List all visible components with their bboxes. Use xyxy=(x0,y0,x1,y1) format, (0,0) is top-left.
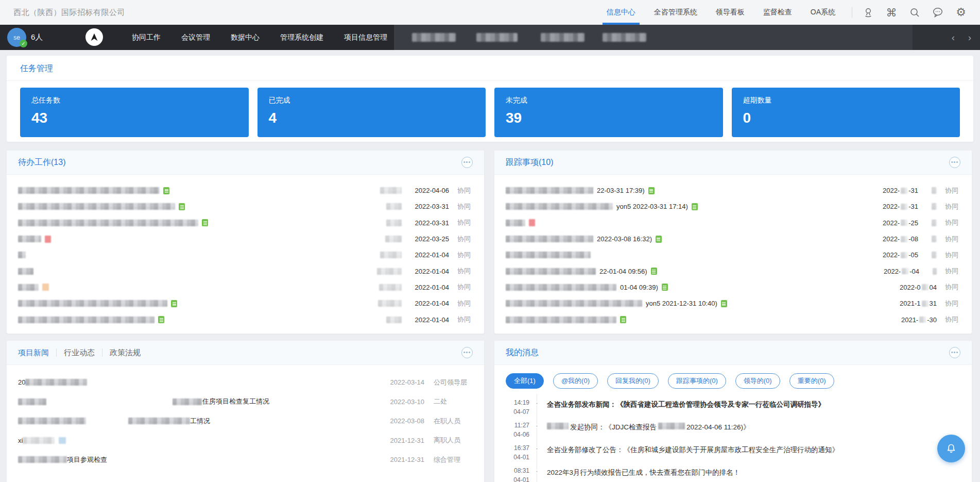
more-options-icon[interactable]: ••• xyxy=(949,347,960,358)
tracking-row[interactable]: yon5 2022-03-31 17:14)2022--31协同 xyxy=(506,198,960,214)
notification-bell-button[interactable] xyxy=(937,435,965,462)
visible-item-text: yon5 2022-03-31 17:14) xyxy=(616,203,688,210)
todo-row[interactable]: 2022-03-25协同 xyxy=(18,231,473,247)
todo-row[interactable]: 2022-01-04协同 xyxy=(18,311,473,327)
todo-row[interactable]: 2022-03-31协同 xyxy=(18,198,473,214)
todo-row[interactable]: 2022-04-06协同 xyxy=(18,182,473,198)
tracking-row[interactable]: 2022--25协同 xyxy=(506,215,960,231)
news-tab-3[interactable]: 政策法规 xyxy=(110,348,141,358)
todo-row[interactable]: 2022-01-04协同 xyxy=(18,263,473,279)
app-menu-item-2[interactable]: 会议管理 xyxy=(181,33,210,42)
todo-row-meta: 2022-03-31协同 xyxy=(386,218,473,227)
chevron-right-icon[interactable]: › xyxy=(966,32,974,43)
message-item[interactable]: 11:2704-06发起协同：《JDJC检查报告 2022-04-06 11:2… xyxy=(506,417,972,439)
news-row[interactable]: 202022-03-14公司领导层 xyxy=(18,373,473,392)
tracking-row[interactable]: yon5 2021-12-31 10:40)2021-131协同 xyxy=(506,295,960,311)
todo-row-content xyxy=(18,284,379,291)
panel-title: 跟踪事项(10) xyxy=(506,157,553,168)
redacted-owner-name xyxy=(932,220,937,226)
message-filter-2[interactable]: @我的(0) xyxy=(553,373,598,389)
message-timestamp: 14:1904-07 xyxy=(506,394,529,417)
avatar[interactable]: se ✓ xyxy=(7,28,26,47)
todo-date: 2022-01-04 xyxy=(411,268,449,275)
gear-icon[interactable]: ⚙ xyxy=(955,7,967,18)
todo-date: 2022-01-04 xyxy=(411,300,449,307)
message-date: 04-01 xyxy=(506,453,529,462)
redacted-app-tab-1[interactable] xyxy=(412,33,456,42)
message-filter-3[interactable]: 回复我的(0) xyxy=(607,373,659,389)
redacted-app-tab-4[interactable] xyxy=(603,33,646,42)
tracking-date-suffix: 04 xyxy=(930,284,937,291)
messages-panel: 我的消息 ••• 全部(1)@我的(0)回复我的(0)跟踪事项的(0)领导的(0… xyxy=(494,340,972,482)
tracking-row[interactable]: 01-04 09:39)2022-004协同 xyxy=(506,279,960,295)
redacted-item-text xyxy=(506,203,613,210)
message-filter-4[interactable]: 跟踪事项的(0) xyxy=(668,373,726,389)
redacted-owner-name xyxy=(386,220,402,226)
tab-divider xyxy=(102,348,102,357)
apps-command-icon[interactable]: ⌘ xyxy=(886,7,897,18)
redacted-app-tab-3[interactable] xyxy=(541,33,584,42)
portal-tab-3[interactable]: 领导看板 xyxy=(716,0,745,25)
tracking-row[interactable]: 2022--05协同 xyxy=(506,247,960,263)
tracking-date-prefix: 2022- xyxy=(884,268,901,275)
portal-tab-1[interactable]: 信息中心 xyxy=(607,0,635,25)
todo-row[interactable]: 2022-01-04协同 xyxy=(18,295,473,311)
tracking-row[interactable]: 22-03-31 17:39)2022--31协同 xyxy=(506,182,960,198)
redacted-text xyxy=(25,379,87,386)
more-options-icon[interactable]: ••• xyxy=(949,157,960,168)
spacer xyxy=(86,421,128,421)
tracking-date-suffix: -30 xyxy=(927,316,937,324)
tracking-panel: 跟踪事项(10) ••• 22-03-31 17:39)2022--31协同yo… xyxy=(494,150,972,334)
app-menu-item-3[interactable]: 数据中心 xyxy=(231,33,260,42)
tracking-date: 2022--25 xyxy=(880,219,918,227)
message-item[interactable]: 14:1904-07全咨业务部发布新闻：《陕西省建设工程造价管理协会领导及专家一… xyxy=(506,394,972,417)
portal-tab-2[interactable]: 全咨管理系统 xyxy=(654,0,697,25)
app-menu-item-1[interactable]: 协同工作 xyxy=(132,33,161,42)
more-options-icon[interactable]: ••• xyxy=(461,347,473,358)
portal-tab-4[interactable]: 监督检查 xyxy=(763,0,792,25)
news-row-content: 20 xyxy=(18,378,386,386)
location-pin-icon[interactable] xyxy=(863,7,874,18)
tracking-row[interactable]: 2022-03-08 16:32)2022--08协同 xyxy=(506,231,960,247)
search-icon[interactable] xyxy=(909,7,920,18)
todo-row-content xyxy=(18,300,378,307)
message-timestamp: 16:3704-01 xyxy=(506,439,529,462)
chat-icon[interactable] xyxy=(932,7,943,18)
news-row-content: 工情况 xyxy=(18,417,386,426)
news-tab-2[interactable]: 行业动态 xyxy=(64,348,95,358)
portal-tab-5[interactable]: OA系统 xyxy=(811,0,835,25)
redacted-date-part xyxy=(901,236,907,242)
todo-row-meta: 2022-03-25协同 xyxy=(385,235,473,244)
timeline-rail xyxy=(529,462,544,482)
news-row[interactable]: 项目参观检查2021-12-31综合管理 xyxy=(18,450,473,470)
todo-row-content xyxy=(18,203,386,210)
redacted-app-tab-2[interactable] xyxy=(476,33,518,42)
message-item[interactable]: 08:3104-012022年3月行为绩效报告已生成，快去查看您在部门中的排名！ xyxy=(506,462,972,482)
message-filter-1[interactable]: 全部(1) xyxy=(506,373,544,389)
todo-row[interactable]: 2022-03-31协同 xyxy=(18,215,473,231)
tracking-type-label: 协同 xyxy=(945,235,960,244)
news-tab-1[interactable]: 项目新闻 xyxy=(18,348,49,358)
chevron-left-icon[interactable]: ‹ xyxy=(949,32,957,43)
todo-type-label: 协同 xyxy=(457,202,473,211)
message-filter-5[interactable]: 领导的(0) xyxy=(735,373,780,389)
tracking-row-content: 2022-03-08 16:32) xyxy=(506,235,880,243)
news-row[interactable]: 住房项目检查复工情况2022-03-10二处 xyxy=(18,392,473,412)
tracking-row[interactable]: 2021--30协同 xyxy=(506,311,960,327)
message-filter-6[interactable]: 重要的(0) xyxy=(789,373,834,389)
todo-row[interactable]: 2022-01-04协同 xyxy=(18,247,473,263)
news-row[interactable]: 工情况2022-03-08在职人员 xyxy=(18,411,473,431)
todo-type-label: 协同 xyxy=(457,267,473,276)
todo-row[interactable]: 2022-01-04协同 xyxy=(18,279,473,295)
app-menu-item-5[interactable]: 项目信息管理 xyxy=(344,33,387,42)
more-options-icon[interactable]: ••• xyxy=(461,157,473,168)
app-menu-item-4[interactable]: 管理系统创建 xyxy=(280,33,323,42)
nav-arrow-icon[interactable] xyxy=(85,28,103,46)
redacted-owner-name xyxy=(385,236,402,242)
news-row[interactable]: xi2021-12-31离职人员 xyxy=(18,431,473,451)
message-item[interactable]: 16:3704-01全咨业务部修改了公告：《住房和城乡建设部关于开展房屋市政工程… xyxy=(506,439,972,462)
timeline-rail xyxy=(529,439,544,462)
tracking-type-label: 协同 xyxy=(945,267,960,276)
stat-card-2: 已完成4 xyxy=(257,88,486,137)
tracking-row[interactable]: 22-01-04 09:56)2022--04协同 xyxy=(506,263,960,279)
